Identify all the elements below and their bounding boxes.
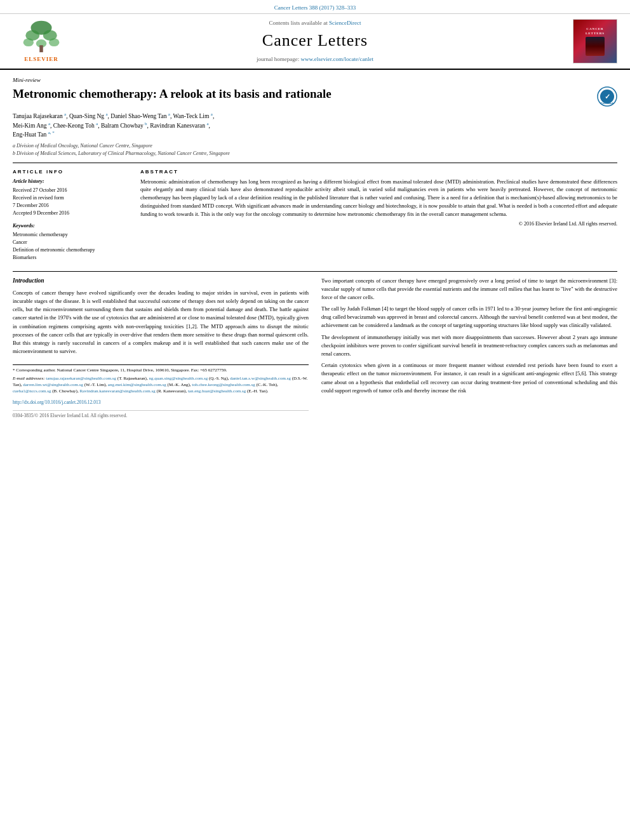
keywords-label: Keywords: [13, 222, 130, 229]
footnote-section: * Corresponding author. National Cancer … [13, 364, 309, 394]
elsevier-tree-icon [19, 19, 64, 54]
journal-header: ELSEVIER Contents lists available at Sci… [0, 14, 630, 70]
body-left-col: Introduction Concepts of cancer therapy … [13, 277, 309, 420]
affiliation-a: a Division of Medical Oncology, National… [13, 142, 617, 150]
journal-logo-right: CANCER LETTERS [560, 19, 617, 63]
svg-text:✓: ✓ [605, 93, 610, 100]
email-note: E-mail addresses: tanujaa.rajasekaran@si… [13, 376, 309, 394]
email-toh: toh.chee.keong@singhealth.com.sg [192, 382, 255, 387]
svg-rect-7 [39, 45, 43, 52]
intro-left-text: Concepts of cancer therapy have evolved … [13, 289, 309, 356]
elsevier-label: ELSEVIER [24, 55, 58, 63]
article-info-col: ARTICLE INFO Article history: Received 2… [13, 168, 130, 262]
contents-line: Contents lists available at ScienceDirec… [70, 19, 560, 27]
history-revised-date: 7 December 2016 [13, 202, 130, 209]
affiliations: a Division of Medical Oncology, National… [13, 142, 617, 157]
history-label: Article history: [13, 178, 130, 185]
authors: Tanujaa Rajasekaran a, Quan-Sing Ng a, D… [13, 112, 617, 139]
crossmark-icon[interactable]: ✓ CrossMark [597, 86, 617, 107]
cancer-letters-badge: CANCER LETTERS [573, 19, 617, 63]
journal-homepage-link[interactable]: www.elsevier.com/locate/canlet [301, 56, 373, 62]
svg-point-4 [23, 38, 34, 46]
body-section: Introduction Concepts of cancer therapy … [13, 271, 617, 420]
body-right-col: Two important concepts of cancer therapy… [321, 277, 617, 420]
history-accepted: Accepted 9 December 2016 [13, 210, 130, 217]
keyword-1: Metronomic chemotherapy [13, 231, 130, 238]
elsevier-logo: ELSEVIER [13, 19, 70, 63]
article-title: Metronomic chemotherapy: A relook at its… [13, 86, 617, 107]
footer-copyright: 0304-3835/© 2016 Elsevier Ireland Ltd. A… [13, 410, 309, 420]
email-list: tanujaa.rajasekaran@singhealth.com.sg [46, 376, 116, 381]
keyword-4: Biomarkers [13, 254, 130, 261]
main-content: Mini-review Metronomic chemotherapy: A r… [0, 76, 630, 420]
intro-title: Introduction [13, 277, 309, 285]
body-two-col: Introduction Concepts of cancer therapy … [13, 277, 617, 420]
page: Cancer Letters 388 (2017) 328–333 ELSEVI… [0, 0, 630, 840]
section-divider [13, 163, 617, 163]
abstract-col: ABSTRACT Metronomic administration of ch… [140, 168, 617, 262]
article-info-abstract: ARTICLE INFO Article history: Received 2… [13, 168, 617, 262]
history-received: Received 27 October 2016 [13, 187, 130, 194]
svg-text:CrossMark: CrossMark [601, 102, 614, 105]
corresponding-author-note: * Corresponding author. National Cancer … [13, 368, 309, 374]
keyword-3: Definition of metronomic chemotherapy [13, 246, 130, 253]
history-revised-label: Received in revised form [13, 194, 130, 201]
doi-link[interactable]: http://dx.doi.org/10.1016/j.canlet.2016.… [13, 399, 309, 406]
email-ng: ng.quan.sing@singhealth.com.sg [149, 376, 208, 381]
journal-center: Contents lists available at ScienceDirec… [70, 19, 560, 63]
affiliation-b: b Division of Medical Sciences, Laborato… [13, 150, 617, 157]
journal-citation: Cancer Letters 388 (2017) 328–333 [274, 4, 356, 11]
email-lim: darren.lim.wt@singhealth.com.sg [23, 382, 83, 387]
intro-right-text: Two important concepts of cancer therapy… [321, 277, 617, 395]
email-tan-eng: tan.eng.huat@singhealth.com.sg [188, 389, 246, 394]
svg-point-6 [49, 38, 60, 46]
article-type: Mini-review [13, 76, 617, 84]
journal-homepage-line: journal homepage: www.elsevier.com/locat… [70, 55, 560, 63]
citation-bar: Cancer Letters 388 (2017) 328–333 [0, 0, 630, 14]
email-ang: ang.mei.kim@singhealth.com.sg [108, 382, 166, 387]
email-kanesvaran: Ravindran.kanesvaran@singhealth.com.sg [79, 389, 155, 394]
article-info-header: ARTICLE INFO [13, 168, 130, 175]
abstract-text: Metronomic administration of chemotherap… [140, 178, 617, 218]
abstract-copyright: © 2016 Elsevier Ireland Ltd. All rights … [140, 220, 617, 227]
journal-title: Cancer Letters [70, 29, 560, 52]
email-tan: daniel.tan.s.w@singhealth.com.sg [230, 376, 291, 381]
email-chowbay: cueba1@nccs.com.sg [13, 389, 51, 394]
keyword-2: Cancer [13, 239, 130, 246]
abstract-header: ABSTRACT [140, 168, 617, 175]
sciencedirect-link[interactable]: ScienceDirect [329, 20, 361, 26]
